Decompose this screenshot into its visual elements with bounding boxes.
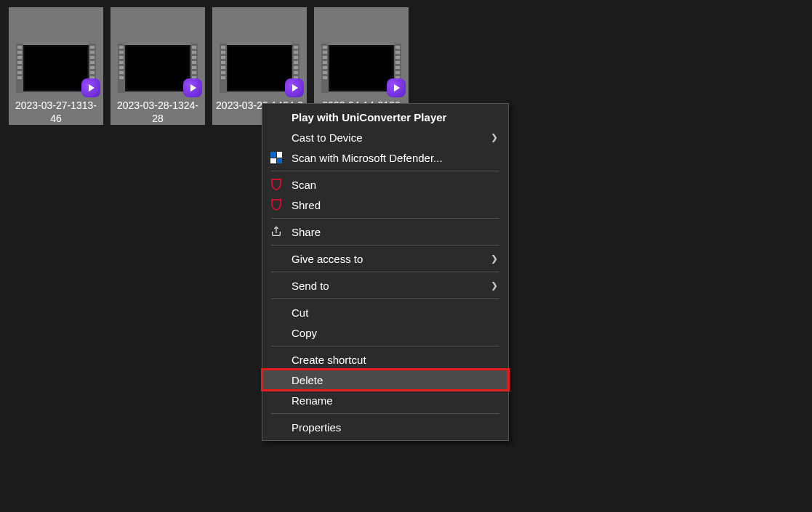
- video-thumbnail: [321, 44, 401, 93]
- menu-create-shortcut[interactable]: Create shortcut: [262, 349, 508, 370]
- menu-scan-defender[interactable]: Scan with Microsoft Defender...: [262, 147, 508, 168]
- menu-label: Play with UniConverter Player: [292, 111, 446, 123]
- menu-separator: [271, 272, 499, 272]
- menu-delete[interactable]: Delete: [262, 370, 508, 390]
- menu-label: Rename: [292, 394, 333, 407]
- chevron-right-icon: ❯: [491, 253, 498, 264]
- menu-label: Give access to: [292, 253, 363, 265]
- menu-separator: [271, 298, 499, 299]
- menu-send-to[interactable]: Send to ❯: [262, 275, 508, 296]
- menu-cast-to-device[interactable]: Cast to Device ❯: [262, 127, 508, 147]
- defender-shield-icon: [270, 151, 283, 164]
- file-item[interactable]: 2023-03-28-1324-28: [110, 7, 205, 125]
- chevron-right-icon: ❯: [491, 132, 498, 142]
- file-label: 2023-03-28-1324-28: [110, 93, 205, 125]
- menu-label: Delete: [292, 374, 323, 386]
- menu-label: Create shortcut: [292, 354, 366, 366]
- menu-scan[interactable]: Scan: [262, 174, 508, 195]
- menu-shred[interactable]: Shred: [262, 195, 508, 215]
- menu-cut[interactable]: Cut: [262, 302, 508, 322]
- play-icon: [285, 78, 304, 97]
- menu-share[interactable]: Share: [262, 222, 508, 242]
- menu-separator: [271, 171, 499, 171]
- menu-label: Share: [292, 226, 321, 238]
- menu-separator: [271, 346, 499, 346]
- menu-label: Shred: [292, 199, 321, 211]
- menu-label: Cast to Device: [292, 131, 363, 144]
- share-icon: [270, 225, 283, 238]
- menu-copy[interactable]: Copy: [262, 322, 508, 343]
- menu-label: Send to: [292, 280, 329, 292]
- menu-label: Properties: [292, 421, 341, 434]
- file-label: 2023-03-27-1313-46: [9, 93, 103, 125]
- menu-separator: [271, 245, 499, 245]
- menu-properties[interactable]: Properties: [262, 417, 508, 437]
- video-thumbnail: [220, 44, 300, 93]
- menu-label: Scan with Microsoft Defender...: [292, 152, 443, 164]
- menu-rename[interactable]: Rename: [262, 390, 508, 410]
- mcafee-shield-icon: [270, 198, 283, 211]
- menu-play-uniconverter[interactable]: Play with UniConverter Player: [262, 107, 508, 127]
- menu-separator: [271, 218, 499, 219]
- menu-label: Copy: [292, 327, 317, 339]
- video-thumbnail: [118, 44, 198, 93]
- mcafee-shield-icon: [270, 178, 283, 191]
- menu-give-access-to[interactable]: Give access to ❯: [262, 248, 508, 269]
- menu-separator: [271, 413, 499, 414]
- play-icon: [81, 78, 100, 97]
- menu-label: Cut: [292, 306, 308, 319]
- context-menu: Play with UniConverter Player Cast to De…: [262, 103, 509, 441]
- menu-label: Scan: [292, 179, 316, 191]
- play-icon: [387, 78, 406, 97]
- video-thumbnail: [16, 44, 96, 93]
- file-item[interactable]: 2023-03-27-1313-46: [9, 7, 103, 125]
- play-icon: [183, 78, 202, 97]
- chevron-right-icon: ❯: [491, 280, 498, 290]
